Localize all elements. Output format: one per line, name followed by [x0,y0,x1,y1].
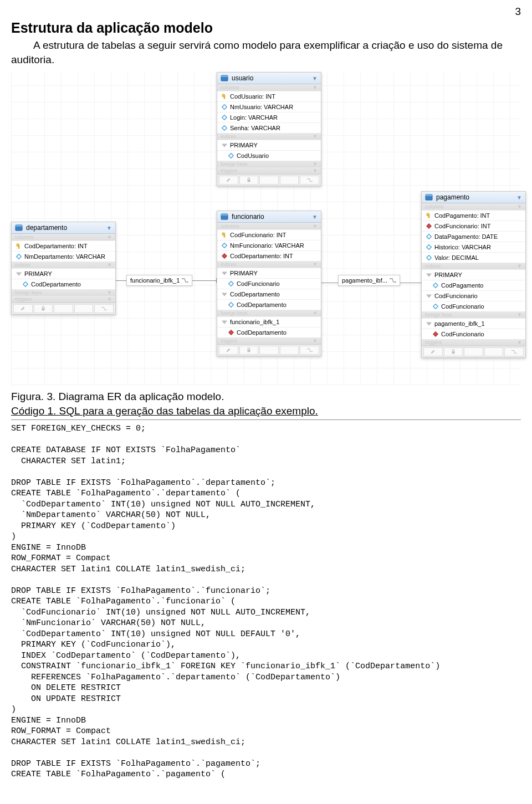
rel-icon [182,277,188,284]
figure-caption: Figura. 3. Diagrama ER da aplicação mode… [11,391,521,403]
red-icon [433,331,438,337]
table-icon [221,213,228,221]
rel-icon[interactable] [101,306,107,311]
dia-icon [426,234,432,239]
sql-code-block: SET FOREIGN_KEY_CHECKS = 0; CREATE DATAB… [11,423,521,780]
index-col-row: CodFuncionario [217,278,321,289]
index-row: PRIMARY [422,269,525,280]
rel-icon[interactable] [307,177,313,183]
table-toolbar [12,303,115,314]
dia-icon [433,304,438,309]
key-icon [222,94,227,99]
tri-icon [222,142,227,148]
index-col-row: CodPagamento [422,280,525,290]
table-header[interactable]: departamento ▼ [12,222,115,234]
index-row: PRIMARY [217,268,321,278]
column-row: NmFuncionario: VARCHAR [217,240,321,250]
red-icon [228,330,234,335]
page-number: 3 [11,6,521,18]
index-col-row: CodDepartamento [12,279,115,289]
index-row: CodFuncionario [422,290,525,301]
key-icon [426,213,432,218]
tri-icon [426,272,432,278]
index-col-row: CodFuncionario [422,329,525,339]
table-toolbar [422,346,525,357]
chevron-down-icon: ▼ [312,214,318,220]
tri-icon [16,271,22,276]
column-row: CodDepartamento: INT [217,250,321,261]
dia-icon [222,104,227,110]
column-row: CodUsuario: INT [217,91,321,101]
dia-icon [426,244,432,250]
table-toolbar [217,344,321,356]
table-icon [15,224,23,232]
chevron-down-icon: ▼ [312,75,318,81]
chevron-down-icon: ▼ [106,225,112,231]
column-row: CodFuncionario: INT [217,229,321,240]
column-row: CodFuncionario: INT [422,221,525,231]
intro-paragraph: A estrutura de tabelas a seguir servirá … [11,38,521,66]
tri-icon [222,319,227,325]
index-row: pagamento_ibfk_1 [422,318,525,329]
column-row: NmDepartamento: VARCHAR [12,251,115,262]
column-row: Login: VARCHAR [217,112,321,122]
dia-icon [222,125,227,131]
column-row: NmUsuario: VARCHAR [217,101,321,112]
lock-icon[interactable] [451,349,456,355]
dia-icon [23,281,28,287]
index-row: CodDepartamento [217,289,321,299]
column-row: CodDepartamento: INT [12,240,115,251]
table-header[interactable]: pagamento ▼ [422,192,525,203]
fk-label-pagamento: pagamento_ibf... [338,275,400,286]
chevron-down-icon: ▼ [516,194,522,201]
index-row: funcionario_ibfk_1 [217,316,321,327]
dia-icon [222,243,227,248]
dia-icon [433,283,438,288]
index-col-row: CodFuncionario [422,301,525,311]
tri-icon [426,321,432,326]
tri-icon [222,270,227,276]
dia-icon [222,115,227,120]
lock-icon[interactable] [40,306,46,311]
table-header[interactable]: usuario ▼ [217,73,321,84]
index-row: PRIMARY [12,268,115,279]
dia-icon [228,153,234,158]
table-funcionario: funcionario ▼ columns▼ CodFuncionario: I… [217,211,321,356]
table-icon [425,193,433,201]
er-diagram: ⊢ ⊢ funcionario_ibfk_1 pagamento_ibf... … [11,72,521,385]
tri-icon [426,293,432,299]
tri-icon [222,291,227,297]
index-col-row: CodUsuario [217,150,321,161]
lock-icon[interactable] [246,347,252,353]
rel-icon [390,277,396,284]
pencil-icon[interactable] [20,306,25,311]
divider [11,419,521,420]
index-row: PRIMARY [217,140,321,150]
lock-icon[interactable] [246,177,252,183]
dia-icon [16,254,22,259]
table-header[interactable]: funcionario ▼ [217,211,321,223]
table-usuario: usuario ▼ columns▼ CodUsuario: INTNmUsua… [217,72,321,186]
code-title: Código 1. SQL para a geração das tabelas… [11,405,521,417]
dia-icon [228,302,234,308]
page-heading: Estrutura da aplicação modelo [11,20,521,36]
index-col-row: CodDepartamento [217,299,321,310]
table-toolbar [217,174,321,186]
pencil-icon[interactable] [226,177,231,183]
dia-icon [426,255,432,260]
rel-icon[interactable] [511,349,517,355]
rel-icon[interactable] [307,347,313,353]
column-row: Historico: VARCHAR [422,242,525,252]
dia-icon [228,281,234,286]
index-col-row: CodDepartamento [217,327,321,337]
red-icon [426,223,432,229]
fk-label-funcionario: funcionario_ibfk_1 [126,275,192,286]
key-icon [16,243,22,249]
table-icon [221,74,228,82]
pencil-icon[interactable] [226,347,231,353]
column-row: Senha: VARCHAR [217,122,321,133]
pencil-icon[interactable] [430,349,436,355]
column-row: Valor: DECIMAL [422,252,525,263]
table-pagamento: pagamento ▼ columns▼ CodPagamento: INTCo… [421,191,526,358]
table-departamento: departamento ▼ columns▼ CodDepartamento:… [11,222,116,315]
